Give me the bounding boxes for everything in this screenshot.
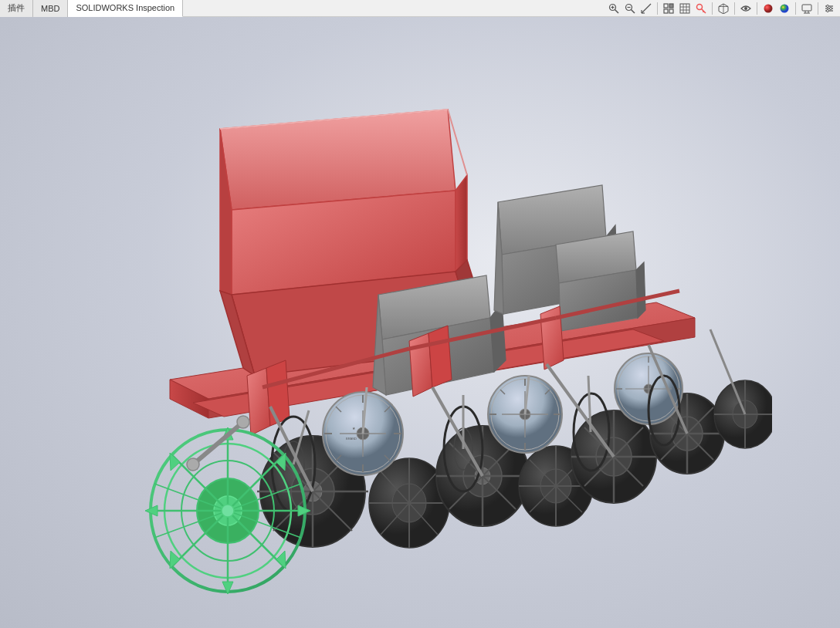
svg-rect-28	[802, 5, 811, 11]
separator6	[818, 2, 818, 15]
tab-mbd[interactable]: MBD	[33, 0, 68, 17]
svg-marker-168	[276, 551, 286, 569]
separator3	[734, 2, 735, 15]
options-icon[interactable]	[822, 2, 836, 15]
svg-point-169	[222, 505, 234, 517]
tab-plugin[interactable]: 插件	[0, 0, 33, 17]
svg-line-5	[632, 9, 635, 13]
svg-line-1	[615, 9, 619, 13]
svg-point-37	[827, 9, 829, 12]
svg-rect-14	[680, 4, 689, 13]
zoom-out-icon[interactable]	[623, 2, 637, 15]
tab-inspection[interactable]: SOLIDWORKS Inspection	[68, 0, 183, 17]
svg-point-171	[237, 416, 249, 428]
machine-3d-model: ★ BRAND	[77, 56, 772, 596]
separator1	[657, 2, 658, 15]
view-eye-icon[interactable]	[739, 2, 753, 15]
cube-icon[interactable]	[716, 2, 730, 15]
toolbar-icons	[607, 2, 840, 15]
svg-rect-13	[669, 9, 673, 13]
toolbar: 插件 MBD SOLIDWORKS Inspection	[0, 0, 840, 17]
zoom-in-icon[interactable]	[607, 2, 621, 15]
svg-point-19	[697, 4, 703, 9]
monitor-icon[interactable]	[800, 2, 814, 15]
separator4	[757, 2, 757, 15]
svg-point-35	[827, 5, 829, 7]
key-icon[interactable]	[694, 2, 708, 15]
svg-text:BRAND: BRAND	[346, 437, 357, 441]
rainbow-icon[interactable]	[777, 2, 791, 15]
snap-icon[interactable]	[662, 2, 676, 15]
svg-marker-44	[456, 175, 467, 272]
svg-point-26	[764, 4, 773, 12]
svg-point-27	[781, 4, 789, 12]
svg-marker-63	[266, 360, 290, 426]
svg-marker-65	[428, 326, 452, 387]
svg-rect-10	[664, 4, 668, 8]
measure-icon[interactable]	[639, 2, 653, 15]
svg-point-25	[744, 7, 747, 10]
separator5	[795, 2, 796, 15]
svg-point-36	[830, 7, 832, 9]
color-sphere-icon[interactable]	[761, 2, 775, 15]
svg-point-172	[187, 458, 199, 471]
cad-viewport[interactable]: ★ BRAND	[0, 17, 840, 628]
svg-rect-12	[664, 9, 668, 13]
svg-marker-61	[636, 262, 645, 318]
grid-icon[interactable]	[678, 2, 692, 15]
svg-line-7	[642, 4, 651, 13]
separator2	[712, 2, 713, 15]
svg-rect-11	[669, 4, 673, 8]
